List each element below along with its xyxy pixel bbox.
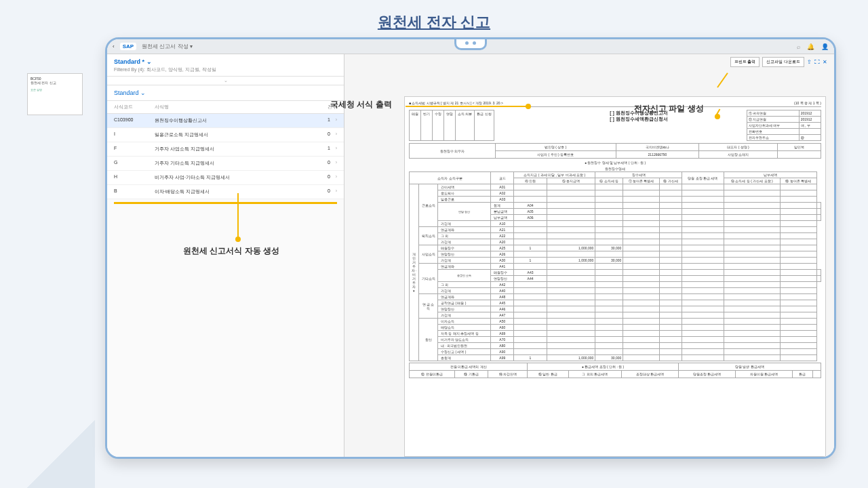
table-row[interactable]: G거주자 기타소득 지급명세서0› [107, 157, 344, 171]
list-variant[interactable]: Standard ⌄ [114, 89, 337, 96]
thumb-meta: 표준 설명 [31, 89, 79, 92]
table-row[interactable]: F거주자 사업소득 지급명세서1› [107, 142, 344, 157]
highlight-underline [114, 202, 337, 204]
export-icon[interactable]: ⇪ [807, 59, 812, 65]
col-code: 서식코드 [114, 104, 155, 110]
slide-thumbnail[interactable]: BCF50 원천세 전자 신고 표준 설명 [27, 73, 83, 115]
download-button[interactable]: 신고파일 다운로드 [762, 57, 804, 67]
print-button[interactable]: 프린트 출력 [730, 57, 760, 67]
filter-summary: Filtered By (4): 회사코드, 양식명, 지급월, 작성일 [114, 66, 337, 73]
callout-auto-gen: 원천세 신고서식 자동 생성 [183, 245, 279, 257]
sap-logo: SAP [120, 43, 136, 50]
table-header-row: 서식코드 서식명 건수 [107, 101, 344, 114]
right-panel: 프린트 출력 신고파일 다운로드 ⇪ ⛶ ✕ ■ 소득세법 시행규칙 [ 별지 … [344, 54, 834, 457]
refund-adjustment-table: 전월 미환급 세액의 계산 ● 환급세액 조정 ( 단위 : 원 ) 당월 발생… [409, 363, 821, 378]
search-icon[interactable]: ⌕ [797, 43, 800, 50]
section1-title: ● 원천징수 명세 및 납부세액 ( 단위 : 원 ) [409, 161, 821, 165]
thumb-title: 원천세 전자 신고 [31, 81, 79, 85]
doc-page-info: (10 쪽 중 제 1 쪽 ) [794, 101, 821, 105]
col-name: 서식명 [155, 104, 317, 110]
table-row[interactable]: I일용근로소득 지급명세서0› [107, 128, 344, 142]
collapse-filter-button[interactable]: ⌄ [107, 77, 344, 85]
window-handle [454, 38, 487, 50]
chevron-down-icon: ⌄ [146, 58, 152, 65]
withholding-detail-table: 소득자 소득구분 코드 소득지급 ( 과세 미달 , 일부 비과세 포함 ) 징… [409, 171, 821, 361]
obligor-info-table: 원천징수 의무자 법인명 ( 상호 )국치비엔엠㈜나 대표자 ( 성명 )임민복… [409, 143, 821, 159]
bell-icon[interactable]: 🔔 [807, 43, 814, 50]
callout-dot-file [715, 114, 720, 119]
breadcrumb[interactable]: 원천세 신고서 작성 ▾ [142, 43, 193, 50]
callout-line-auto [237, 193, 239, 238]
page-corner-decoration [27, 420, 95, 488]
callout-line-print [406, 106, 528, 107]
filter-header: Standard * ⌄ Filtered By (4): 회사코드, 양식명,… [107, 54, 344, 77]
chevron-down-icon: ⌄ [140, 89, 146, 96]
period-cells: 매월반기수정 연말소득 처분환급 신청 [409, 110, 531, 141]
fullscreen-icon[interactable]: ⛶ [814, 59, 820, 65]
list-header: Standard ⌄ [107, 85, 344, 101]
close-icon[interactable]: ✕ [823, 59, 827, 65]
section2-title: 원천징수명세 [409, 167, 821, 171]
back-button[interactable]: ‹ [113, 43, 115, 49]
variant-selector[interactable]: Standard * ⌄ [114, 58, 337, 65]
table-row[interactable]: H비거주자 사업·기타소득 지급명세서0› [107, 171, 344, 185]
user-icon[interactable]: 👤 [821, 43, 829, 50]
callout-dot-print [526, 104, 531, 109]
table-row[interactable]: B이자·배당소득 지급명세서0› [107, 185, 344, 199]
callout-file-gen: 전자신고 파일 생성 [634, 103, 704, 115]
doc-regulation: ■ 소득세법 시행규칙 [ 별지 제 21 호서식 ] < 개정 2019. 3… [409, 101, 503, 105]
page-title: 원천세 전자 신고 [0, 0, 868, 41]
doc-meta-right: ① 귀속연월201912 ② 지급연월201912 사업자단위과세 여부여 , … [747, 110, 821, 141]
callout-dot-auto [235, 237, 241, 242]
tax-form-document: ■ 소득세법 시행규칙 [ 별지 제 21 호서식 ] < 개정 2019. 3… [404, 96, 826, 457]
table-row[interactable]: C103900원천징수이행상황신고서1› [107, 114, 344, 128]
callout-form-print: 국세청 서식 출력 [330, 99, 392, 110]
document-toolbar: 프린트 출력 신고파일 다운로드 ⇪ ⛶ ✕ [730, 57, 827, 67]
